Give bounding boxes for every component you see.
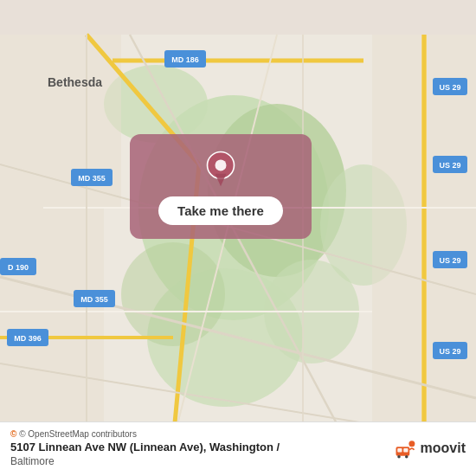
osm-logo: © <box>10 429 16 439</box>
location-card: Take me there <box>130 134 312 239</box>
info-text-block: © © OpenStreetMap contributors 5107 Linn… <box>10 429 280 467</box>
svg-text:MD 355: MD 355 <box>78 174 106 183</box>
svg-rect-9 <box>0 208 104 441</box>
svg-point-52 <box>397 455 401 459</box>
moovit-brand-icon <box>393 436 417 460</box>
osm-credit-text: © OpenStreetMap contributors <box>19 429 137 439</box>
map-container: MD 186 MD 355 MD 355 MD 396 D 190 US 29 … <box>0 0 476 476</box>
osm-credit: © © OpenStreetMap contributors <box>10 429 280 439</box>
location-pin-icon <box>202 150 240 188</box>
city-line: Baltimore <box>10 455 280 467</box>
moovit-text: moovit <box>421 441 466 456</box>
info-bar: © © OpenStreetMap contributors 5107 Linn… <box>0 421 476 476</box>
svg-text:MD 186: MD 186 <box>171 55 199 64</box>
svg-marker-47 <box>215 174 226 187</box>
svg-text:US 29: US 29 <box>439 347 460 356</box>
svg-text:Bethesda: Bethesda <box>48 75 102 89</box>
svg-rect-50 <box>397 448 402 452</box>
svg-text:US 29: US 29 <box>439 256 460 265</box>
take-me-there-button[interactable]: Take me there <box>158 196 283 225</box>
address-line: 5107 Linnean Ave NW (Linnean Ave), Washi… <box>10 441 280 453</box>
svg-point-46 <box>215 159 226 170</box>
svg-rect-51 <box>403 448 408 452</box>
svg-text:MD 396: MD 396 <box>14 334 42 343</box>
svg-text:MD 355: MD 355 <box>80 295 108 304</box>
svg-text:D 190: D 190 <box>8 263 29 272</box>
svg-point-53 <box>405 455 408 459</box>
svg-text:US 29: US 29 <box>439 161 460 170</box>
moovit-logo: moovit <box>393 436 466 460</box>
svg-text:US 29: US 29 <box>439 83 460 92</box>
svg-point-54 <box>408 441 415 447</box>
